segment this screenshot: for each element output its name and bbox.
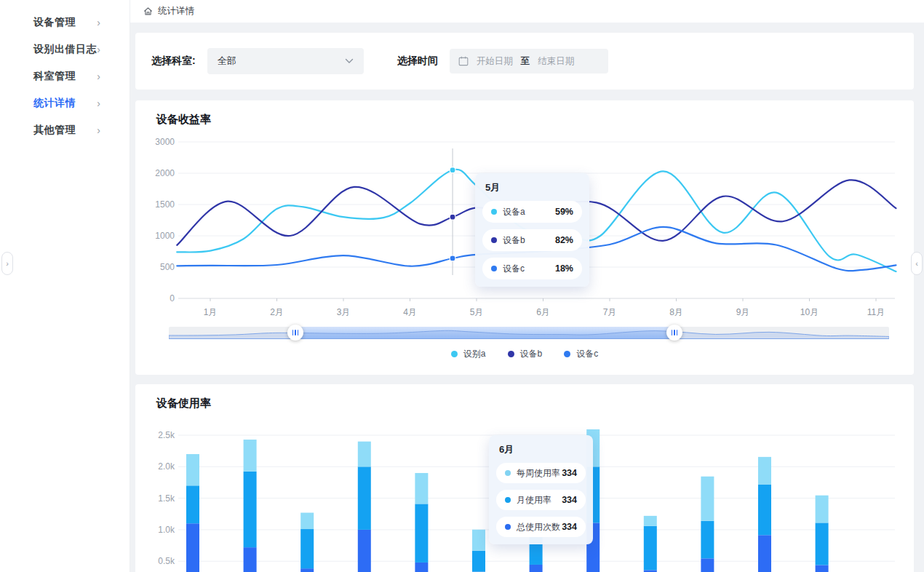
revenue-chart-title: 设备收益率 xyxy=(156,113,211,127)
dept-select-value: 全部 xyxy=(218,55,236,68)
handle-grip-icon xyxy=(674,330,675,335)
date-range-picker[interactable]: 开始日期 至 结束日期 xyxy=(450,49,608,74)
y-tick-label: 3000 xyxy=(135,137,175,147)
legend-label: 设备c xyxy=(576,348,598,360)
panel-collapse-toggle[interactable]: ‹ xyxy=(911,252,923,275)
bar-segment-每周使用率 xyxy=(415,473,428,504)
dept-select[interactable]: 全部 xyxy=(207,48,364,74)
bar-segment-总使用次数 xyxy=(758,535,771,572)
tooltip-row-left: 设备b xyxy=(491,234,525,247)
usage-chart-title: 设备使用率 xyxy=(156,397,211,410)
legend-item[interactable]: 设备c xyxy=(564,348,598,360)
bar-segment-总使用次数 xyxy=(244,547,257,572)
tooltip-series-name: 月使用率 xyxy=(517,494,551,507)
sidebar: 设备管理›设别出借日志›科室管理›统计详情›其他管理› xyxy=(0,0,130,572)
tooltip-row-left: 月使用率 xyxy=(505,494,551,507)
x-tick-label: 11月 xyxy=(867,306,885,319)
home-icon xyxy=(143,6,154,17)
x-tick-label: 1月 xyxy=(204,306,218,319)
datazoom-slider[interactable] xyxy=(169,327,889,339)
y-tick-label: 500 xyxy=(135,262,175,272)
date-end-placeholder[interactable]: 结束日期 xyxy=(538,55,574,68)
series-dot-icon xyxy=(491,209,497,215)
bar-segment-总使用次数 xyxy=(186,523,199,572)
bar-segment-每周使用率 xyxy=(244,440,257,472)
tooltip-header: 5月 xyxy=(485,181,582,194)
bar-segment-每周使用率 xyxy=(644,516,657,526)
sidebar-item[interactable]: 设别出借日志› xyxy=(0,36,130,63)
date-start-placeholder[interactable]: 开始日期 xyxy=(477,55,513,68)
x-tick-label: 10月 xyxy=(800,306,819,319)
tooltip-series-value: 59% xyxy=(555,207,573,217)
chevron-left-icon: ‹ xyxy=(915,259,918,268)
chevron-right-icon: › xyxy=(97,17,100,28)
bar-segment-每周使用率 xyxy=(186,454,199,485)
y-tick-label: 1000 xyxy=(135,231,175,241)
sidebar-item[interactable]: 统计详情› xyxy=(0,90,130,116)
tooltip-series-value: 334 xyxy=(562,495,577,505)
chevron-right-icon: › xyxy=(6,259,9,268)
calendar-icon xyxy=(458,56,469,66)
marker-dot xyxy=(450,214,455,220)
tooltip-series-name: 设备b xyxy=(503,234,525,247)
bar-segment-总使用次数 xyxy=(300,568,314,572)
y-tick-label: 0.5k xyxy=(135,556,175,566)
x-tick-label: 5月 xyxy=(470,306,484,319)
x-tick-label: 3月 xyxy=(337,306,351,319)
y-tick-label: 2.5k xyxy=(135,430,175,440)
legend-dot-icon xyxy=(564,351,570,357)
bar-segment-每周使用率 xyxy=(816,496,829,523)
tooltip-row: 月使用率334 xyxy=(496,490,586,510)
bar-segment-总使用次数 xyxy=(415,563,428,572)
breadcrumb-bar: 统计详情 xyxy=(130,0,924,23)
sidebar-item[interactable]: 科室管理› xyxy=(0,63,130,90)
datazoom-handle[interactable] xyxy=(666,325,682,341)
sidebar-expand-toggle[interactable]: › xyxy=(1,252,13,275)
legend-dot-icon xyxy=(508,351,514,357)
legend-label: 设备b xyxy=(520,348,543,360)
sidebar-item[interactable]: 设备管理› xyxy=(0,9,130,36)
time-filter-label: 选择时间 xyxy=(397,55,438,68)
tooltip-row: 每周使用率334 xyxy=(496,463,586,483)
y-tick-label: 2.0k xyxy=(135,461,175,472)
bar-segment-月使用率 xyxy=(644,526,657,571)
tooltip-series-value: 334 xyxy=(562,468,577,478)
chevron-down-icon xyxy=(345,58,354,64)
series-dot-icon xyxy=(505,497,511,503)
legend-item[interactable]: 设备b xyxy=(508,348,543,360)
bar-segment-每周使用率 xyxy=(472,530,485,551)
datazoom-track xyxy=(169,327,889,339)
chevron-right-icon: › xyxy=(97,44,100,55)
tooltip-series-value: 82% xyxy=(555,235,573,245)
legend-label: 设别a xyxy=(463,348,486,360)
bar-segment-月使用率 xyxy=(472,551,485,572)
handle-grip-icon xyxy=(298,330,299,335)
x-tick-label: 4月 xyxy=(403,306,417,319)
bar-segment-总使用次数 xyxy=(530,565,543,572)
breadcrumb[interactable]: 统计详情 xyxy=(158,5,194,17)
tooltip-row-left: 设备c xyxy=(491,263,525,275)
x-tick-label: 9月 xyxy=(736,306,750,319)
bar-segment-每周使用率 xyxy=(300,513,314,530)
dept-filter-label: 选择科室: xyxy=(151,55,196,68)
bar-segment-月使用率 xyxy=(358,466,371,530)
chevron-right-icon: › xyxy=(97,71,100,82)
marker-dot xyxy=(450,255,455,261)
bar-segment-月使用率 xyxy=(758,485,771,536)
tooltip-header: 6月 xyxy=(499,443,586,456)
tooltip-series-name: 总使用次数 xyxy=(517,521,560,533)
handle-grip-icon xyxy=(295,330,296,335)
y-tick-label: 1500 xyxy=(135,199,175,210)
y-tick-label: 0 xyxy=(135,293,175,303)
legend-item[interactable]: 设别a xyxy=(451,348,486,360)
sidebar-item-label: 科室管理 xyxy=(33,70,76,83)
filter-card: 选择科室: 全部 选择时间 开始日期 至 结束日期 xyxy=(135,33,914,90)
sidebar-item[interactable]: 其他管理› xyxy=(0,116,130,143)
handle-grip-icon xyxy=(672,330,673,335)
handle-grip-icon xyxy=(677,330,678,335)
chevron-right-icon: › xyxy=(97,125,100,135)
sidebar-item-label: 设别出借日志 xyxy=(33,43,97,56)
tooltip-row: 设备b82% xyxy=(482,229,582,251)
app-root: 设备管理›设别出借日志›科室管理›统计详情›其他管理› 统计详情 选择科室: 全… xyxy=(0,0,924,572)
tooltip-series-name: 设备a xyxy=(503,206,525,218)
